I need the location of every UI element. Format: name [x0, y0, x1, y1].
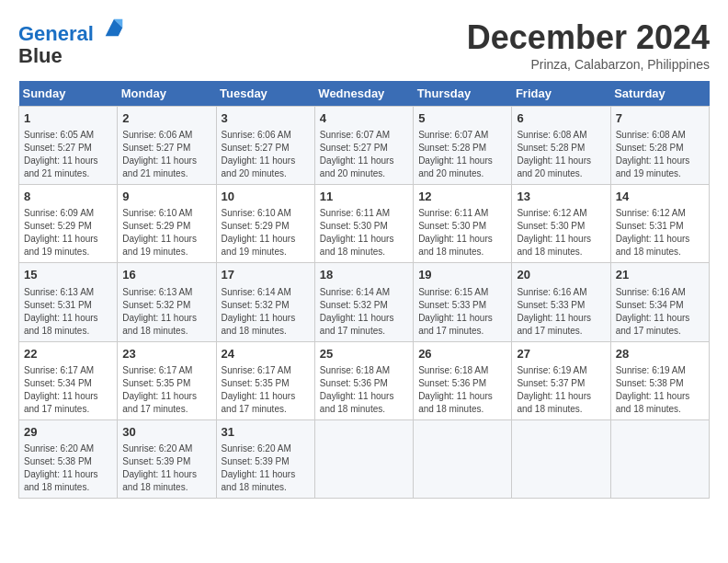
day-number: 14	[616, 189, 704, 205]
calendar-day-14: 14Sunrise: 6:12 AM Sunset: 5:31 PM Dayli…	[610, 185, 709, 263]
day-number: 30	[122, 424, 210, 441]
weekday-header-saturday: Saturday	[610, 81, 709, 107]
day-number: 8	[24, 189, 112, 205]
day-info: Sunrise: 6:07 AM Sunset: 5:28 PM Dayligh…	[418, 129, 506, 180]
day-info: Sunrise: 6:06 AM Sunset: 5:27 PM Dayligh…	[122, 129, 210, 180]
calendar-day-15: 15Sunrise: 6:13 AM Sunset: 5:31 PM Dayli…	[19, 263, 118, 341]
calendar-day-27: 27Sunrise: 6:19 AM Sunset: 5:37 PM Dayli…	[512, 341, 610, 419]
day-info: Sunrise: 6:16 AM Sunset: 5:34 PM Dayligh…	[616, 286, 704, 338]
empty-cell	[414, 419, 512, 498]
calendar-week-1: 1Sunrise: 6:05 AM Sunset: 5:27 PM Daylig…	[19, 107, 710, 185]
calendar-day-7: 7Sunrise: 6:08 AM Sunset: 5:28 PM Daylig…	[610, 107, 709, 185]
day-number: 2	[122, 110, 210, 127]
day-number: 10	[222, 189, 310, 205]
day-info: Sunrise: 6:15 AM Sunset: 5:33 PM Dayligh…	[418, 286, 506, 338]
calendar-day-30: 30Sunrise: 6:20 AM Sunset: 5:39 PM Dayli…	[118, 419, 216, 498]
day-info: Sunrise: 6:16 AM Sunset: 5:33 PM Dayligh…	[517, 286, 605, 338]
calendar-day-17: 17Sunrise: 6:14 AM Sunset: 5:32 PM Dayli…	[216, 263, 314, 341]
day-number: 1	[24, 110, 112, 127]
day-number: 22	[24, 346, 112, 362]
subtitle: Prinza, Calabarzon, Philippines	[467, 57, 710, 72]
day-info: Sunrise: 6:11 AM Sunset: 5:30 PM Dayligh…	[320, 207, 408, 259]
day-number: 13	[517, 189, 605, 205]
day-number: 29	[24, 424, 112, 441]
day-number: 26	[418, 346, 506, 362]
calendar-day-28: 28Sunrise: 6:19 AM Sunset: 5:38 PM Dayli…	[610, 341, 709, 419]
day-number: 15	[24, 267, 112, 283]
day-number: 18	[320, 267, 408, 283]
weekday-header-friday: Friday	[512, 81, 610, 107]
calendar-day-21: 21Sunrise: 6:16 AM Sunset: 5:34 PM Dayli…	[610, 263, 709, 341]
day-number: 5	[418, 110, 506, 127]
calendar-day-31: 31Sunrise: 6:20 AM Sunset: 5:39 PM Dayli…	[216, 419, 314, 498]
calendar-day-3: 3Sunrise: 6:06 AM Sunset: 5:27 PM Daylig…	[216, 107, 314, 185]
day-number: 20	[517, 267, 605, 283]
day-info: Sunrise: 6:17 AM Sunset: 5:35 PM Dayligh…	[222, 364, 310, 416]
calendar-week-5: 29Sunrise: 6:20 AM Sunset: 5:38 PM Dayli…	[19, 419, 710, 498]
day-info: Sunrise: 6:14 AM Sunset: 5:32 PM Dayligh…	[222, 286, 310, 338]
weekday-header-monday: Monday	[118, 81, 216, 107]
day-info: Sunrise: 6:19 AM Sunset: 5:37 PM Dayligh…	[517, 364, 605, 416]
day-number: 24	[222, 346, 310, 362]
day-number: 11	[320, 189, 408, 205]
day-number: 9	[122, 189, 210, 205]
calendar-day-18: 18Sunrise: 6:14 AM Sunset: 5:32 PM Dayli…	[314, 263, 413, 341]
empty-cell	[610, 419, 709, 498]
day-number: 4	[320, 110, 408, 127]
day-number: 25	[320, 346, 408, 362]
calendar-week-2: 8Sunrise: 6:09 AM Sunset: 5:29 PM Daylig…	[19, 185, 710, 263]
calendar-day-4: 4Sunrise: 6:07 AM Sunset: 5:27 PM Daylig…	[314, 107, 413, 185]
day-info: Sunrise: 6:20 AM Sunset: 5:39 PM Dayligh…	[122, 442, 210, 494]
calendar-day-23: 23Sunrise: 6:17 AM Sunset: 5:35 PM Dayli…	[118, 341, 216, 419]
calendar-day-22: 22Sunrise: 6:17 AM Sunset: 5:34 PM Dayli…	[19, 341, 118, 419]
calendar-day-25: 25Sunrise: 6:18 AM Sunset: 5:36 PM Dayli…	[314, 341, 413, 419]
calendar-day-12: 12Sunrise: 6:11 AM Sunset: 5:30 PM Dayli…	[414, 185, 512, 263]
day-info: Sunrise: 6:10 AM Sunset: 5:29 PM Dayligh…	[222, 207, 310, 259]
calendar-header: SundayMondayTuesdayWednesdayThursdayFrid…	[19, 81, 710, 107]
calendar-day-24: 24Sunrise: 6:17 AM Sunset: 5:35 PM Dayli…	[216, 341, 314, 419]
day-number: 23	[122, 346, 210, 362]
title-area: December 2024 Prinza, Calabarzon, Philip…	[467, 18, 710, 72]
weekday-header-sunday: Sunday	[19, 81, 118, 107]
day-number: 19	[418, 267, 506, 283]
calendar-day-13: 13Sunrise: 6:12 AM Sunset: 5:30 PM Dayli…	[512, 185, 610, 263]
calendar-day-8: 8Sunrise: 6:09 AM Sunset: 5:29 PM Daylig…	[19, 185, 118, 263]
empty-cell	[314, 419, 413, 498]
day-number: 17	[222, 267, 310, 283]
calendar-day-5: 5Sunrise: 6:07 AM Sunset: 5:28 PM Daylig…	[414, 107, 512, 185]
day-info: Sunrise: 6:20 AM Sunset: 5:39 PM Dayligh…	[222, 442, 310, 494]
empty-cell	[512, 419, 610, 498]
day-info: Sunrise: 6:17 AM Sunset: 5:35 PM Dayligh…	[122, 364, 210, 416]
day-info: Sunrise: 6:11 AM Sunset: 5:30 PM Dayligh…	[418, 207, 506, 259]
day-info: Sunrise: 6:19 AM Sunset: 5:38 PM Dayligh…	[616, 364, 704, 416]
weekday-header-wednesday: Wednesday	[314, 81, 413, 107]
day-info: Sunrise: 6:13 AM Sunset: 5:32 PM Dayligh…	[122, 286, 210, 338]
calendar-day-26: 26Sunrise: 6:18 AM Sunset: 5:36 PM Dayli…	[414, 341, 512, 419]
day-number: 6	[517, 110, 605, 127]
day-info: Sunrise: 6:10 AM Sunset: 5:29 PM Dayligh…	[122, 207, 210, 259]
day-info: Sunrise: 6:18 AM Sunset: 5:36 PM Dayligh…	[320, 364, 408, 416]
calendar-table: SundayMondayTuesdayWednesdayThursdayFrid…	[18, 81, 710, 499]
calendar-day-2: 2Sunrise: 6:06 AM Sunset: 5:27 PM Daylig…	[118, 107, 216, 185]
day-number: 16	[122, 267, 210, 283]
weekday-header-thursday: Thursday	[414, 81, 512, 107]
calendar-day-29: 29Sunrise: 6:20 AM Sunset: 5:38 PM Dayli…	[19, 419, 118, 498]
calendar-day-6: 6Sunrise: 6:08 AM Sunset: 5:28 PM Daylig…	[512, 107, 610, 185]
day-info: Sunrise: 6:12 AM Sunset: 5:30 PM Dayligh…	[517, 207, 605, 259]
calendar-day-19: 19Sunrise: 6:15 AM Sunset: 5:33 PM Dayli…	[414, 263, 512, 341]
calendar-day-16: 16Sunrise: 6:13 AM Sunset: 5:32 PM Dayli…	[118, 263, 216, 341]
day-info: Sunrise: 6:13 AM Sunset: 5:31 PM Dayligh…	[24, 286, 112, 338]
day-number: 12	[418, 189, 506, 205]
day-number: 31	[222, 424, 310, 441]
day-info: Sunrise: 6:09 AM Sunset: 5:29 PM Dayligh…	[24, 207, 112, 259]
day-info: Sunrise: 6:20 AM Sunset: 5:38 PM Dayligh…	[24, 442, 112, 494]
day-info: Sunrise: 6:08 AM Sunset: 5:28 PM Dayligh…	[517, 129, 605, 180]
day-info: Sunrise: 6:08 AM Sunset: 5:28 PM Dayligh…	[616, 129, 704, 180]
calendar-day-1: 1Sunrise: 6:05 AM Sunset: 5:27 PM Daylig…	[19, 107, 118, 185]
day-number: 21	[616, 267, 704, 283]
calendar-week-4: 22Sunrise: 6:17 AM Sunset: 5:34 PM Dayli…	[19, 341, 710, 419]
logo: General Blue	[18, 18, 127, 67]
calendar-day-20: 20Sunrise: 6:16 AM Sunset: 5:33 PM Dayli…	[512, 263, 610, 341]
day-number: 28	[616, 346, 704, 362]
day-info: Sunrise: 6:12 AM Sunset: 5:31 PM Dayligh…	[616, 207, 704, 259]
